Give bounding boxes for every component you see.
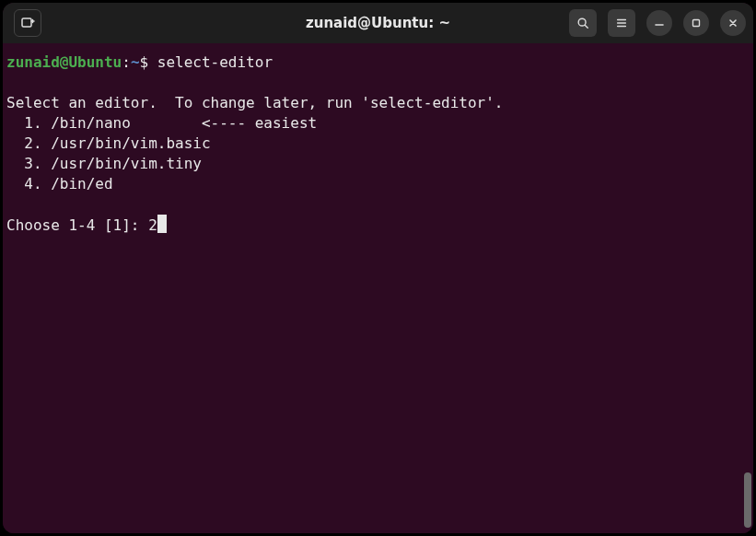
search-button[interactable]: [569, 9, 597, 37]
prompt-line: zunaid@Ubuntu:~$ select-editor: [6, 52, 750, 73]
cursor: [157, 215, 167, 233]
prompt-path: ~: [131, 53, 140, 71]
blank-line: [6, 73, 750, 93]
window-controls: [569, 9, 746, 37]
choose-line: Choose 1-4 [1]: 2: [6, 215, 750, 236]
scrollbar-thumb[interactable]: [744, 472, 751, 528]
output-header: Select an editor. To change later, run '…: [6, 93, 750, 113]
choose-prompt: Choose 1-4 [1]:: [6, 216, 148, 234]
prompt-colon: :: [122, 53, 131, 71]
editor-option: 1. /bin/nano <---- easiest: [6, 113, 750, 134]
prompt-user-host: zunaid@Ubuntu: [6, 53, 122, 71]
blank-line: [6, 194, 750, 215]
window-title: zunaid@Ubuntu: ~: [306, 15, 450, 31]
close-icon: [727, 17, 739, 29]
user-input: 2: [148, 216, 157, 234]
hamburger-icon: [615, 17, 628, 29]
close-button[interactable]: [720, 10, 746, 36]
prompt-dollar: $: [140, 53, 157, 71]
terminal-window: zunaid@Ubuntu: ~: [3, 3, 753, 533]
new-tab-button[interactable]: [14, 9, 41, 37]
terminal-output[interactable]: zunaid@Ubuntu:~$ select-editor Select an…: [3, 43, 753, 533]
svg-rect-2: [693, 20, 700, 27]
editor-option: 2. /usr/bin/vim.basic: [6, 134, 750, 154]
maximize-button[interactable]: [683, 10, 709, 36]
minimize-button[interactable]: [646, 10, 672, 36]
new-tab-icon: [20, 16, 35, 30]
command-text: select-editor: [157, 53, 273, 71]
minimize-icon: [654, 17, 665, 29]
titlebar: zunaid@Ubuntu: ~: [3, 3, 753, 43]
svg-rect-0: [22, 18, 31, 27]
maximize-icon: [691, 17, 702, 29]
menu-button[interactable]: [608, 9, 635, 37]
editor-option: 4. /bin/ed: [6, 174, 750, 194]
editor-option: 3. /usr/bin/vim.tiny: [6, 154, 750, 174]
search-icon: [576, 17, 589, 29]
